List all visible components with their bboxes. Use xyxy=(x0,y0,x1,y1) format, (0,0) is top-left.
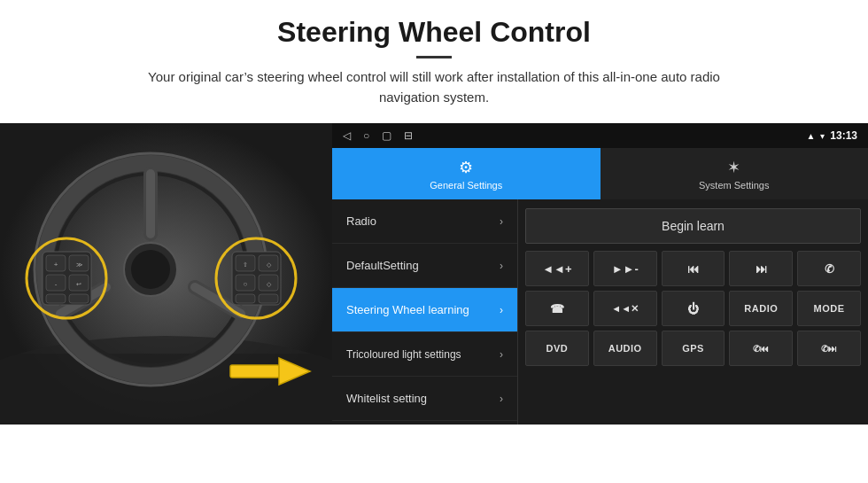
controls-row-2: ☎ ◄◄✕ ⏻ RADIO MODE xyxy=(525,291,861,326)
recents-nav-icon[interactable]: ▢ xyxy=(382,129,391,142)
menu-item-steering[interactable]: Steering Wheel learning › xyxy=(332,288,517,332)
controls-grid: ◄◄+ ►►- ⏮ ⏭ ✆ xyxy=(525,251,861,366)
tab-general-settings[interactable]: ⚙ General Settings xyxy=(332,148,601,199)
power-button[interactable]: ⏻ xyxy=(662,291,725,326)
svg-text:+: + xyxy=(54,261,58,269)
chevron-icon: › xyxy=(500,304,503,316)
phone-icon: ✆ xyxy=(825,262,834,276)
begin-learn-row: Begin learn xyxy=(525,206,861,245)
begin-learn-button[interactable]: Begin learn xyxy=(525,208,861,244)
svg-rect-39 xyxy=(230,365,279,378)
next-track-icon: ⏭ xyxy=(756,262,767,276)
general-settings-icon: ⚙ xyxy=(459,158,473,177)
dvd-label: DVD xyxy=(546,343,569,354)
page-subtitle: Your original car’s steering wheel contr… xyxy=(124,67,744,107)
content-area: Radio › DefaultSetting › Steering Wheel … xyxy=(332,199,868,425)
menu-item-default[interactable]: DefaultSetting › xyxy=(332,244,517,288)
prev-track-icon: ⏮ xyxy=(687,262,699,276)
radio-button[interactable]: RADIO xyxy=(729,291,793,326)
phone-button[interactable]: ✆ xyxy=(797,251,861,286)
svg-rect-21 xyxy=(69,294,89,303)
tel-next-icon: ✆⏭ xyxy=(821,344,837,354)
tab-general-label: General Settings xyxy=(430,180,502,191)
steering-wheel-image: + ≫ - ↩ ⇧ ◇ ○ ◇ xyxy=(0,123,332,425)
power-icon: ⏻ xyxy=(687,302,699,316)
mode-button[interactable]: MODE xyxy=(797,291,861,326)
right-panel: Begin learn ◄◄+ ►►- ⏮ xyxy=(518,199,868,425)
tel-prev-button[interactable]: ✆⏮ xyxy=(729,331,793,366)
next-track-button[interactable]: ⏭ xyxy=(729,251,793,286)
back-nav-icon[interactable]: ◁ xyxy=(343,129,351,142)
tab-bar: ⚙ General Settings ✶ System Settings xyxy=(332,148,868,199)
vol-down-button[interactable]: ►►- xyxy=(593,251,657,286)
svg-text:≫: ≫ xyxy=(76,261,82,268)
svg-rect-32 xyxy=(259,294,278,303)
tel-prev-icon: ✆⏮ xyxy=(753,344,769,354)
tel-next-button[interactable]: ✆⏭ xyxy=(797,331,861,366)
svg-text:↩: ↩ xyxy=(76,281,81,287)
vol-up-icon: ◄◄+ xyxy=(542,262,571,276)
radio-label: RADIO xyxy=(744,303,778,314)
chevron-icon: › xyxy=(500,393,503,405)
menu-item-whitelist[interactable]: Whitelist setting › xyxy=(332,377,517,421)
screenshot-nav-icon[interactable]: ⊟ xyxy=(404,129,413,142)
gps-label: GPS xyxy=(682,343,704,354)
svg-point-14 xyxy=(131,250,170,289)
svg-rect-31 xyxy=(236,294,255,303)
tab-system-settings[interactable]: ✶ System Settings xyxy=(601,148,869,199)
mute-button[interactable]: ◄◄✕ xyxy=(593,291,657,326)
menu-list: Radio › DefaultSetting › Steering Wheel … xyxy=(332,199,518,425)
tab-system-label: System Settings xyxy=(699,180,769,191)
home-nav-icon[interactable]: ○ xyxy=(363,129,369,142)
android-ui: ◁ ○ ▢ ⊟ ▲ ▾ 13:13 ⚙ General Settings ✶ S… xyxy=(332,123,868,425)
main-content: + ≫ - ↩ ⇧ ◇ ○ ◇ xyxy=(0,123,868,425)
system-settings-icon: ✶ xyxy=(727,158,740,177)
chevron-icon: › xyxy=(500,215,503,228)
chevron-icon: › xyxy=(500,260,503,272)
vol-down-icon: ►►- xyxy=(612,262,639,276)
mode-label: MODE xyxy=(814,303,845,314)
call-answer-button[interactable]: ☎ xyxy=(525,291,589,326)
call-answer-icon: ☎ xyxy=(550,302,564,316)
menu-item-radio[interactable]: Radio › xyxy=(332,199,517,244)
page-header: Steering Wheel Control Your original car… xyxy=(0,0,868,116)
mute-icon: ◄◄✕ xyxy=(611,303,639,315)
audio-button[interactable]: AUDIO xyxy=(593,331,657,366)
vol-up-button[interactable]: ◄◄+ xyxy=(525,251,589,286)
svg-text:○: ○ xyxy=(244,280,248,288)
dvd-button[interactable]: DVD xyxy=(525,331,589,366)
location-icon: ▲ xyxy=(806,131,815,141)
status-time: 13:13 xyxy=(830,129,857,142)
wifi-icon: ▾ xyxy=(820,131,825,141)
menu-item-tricoloured[interactable]: Tricoloured light settings › xyxy=(332,332,517,377)
chevron-icon: › xyxy=(500,348,503,361)
status-bar-nav: ◁ ○ ▢ ⊟ xyxy=(343,129,413,142)
controls-row-3: DVD AUDIO GPS ✆⏮ ✆⏭ xyxy=(525,331,861,366)
prev-track-button[interactable]: ⏮ xyxy=(662,251,725,286)
svg-rect-20 xyxy=(46,294,66,303)
svg-text:⇧: ⇧ xyxy=(243,261,248,268)
controls-row-1: ◄◄+ ►►- ⏮ ⏭ ✆ xyxy=(525,251,861,286)
svg-text:-: - xyxy=(55,280,58,288)
title-divider xyxy=(416,56,452,58)
gps-button[interactable]: GPS xyxy=(662,331,725,366)
page-title: Steering Wheel Control xyxy=(53,16,815,49)
audio-label: AUDIO xyxy=(608,343,642,354)
status-bar-right: ▲ ▾ 13:13 xyxy=(806,129,857,142)
status-bar: ◁ ○ ▢ ⊟ ▲ ▾ 13:13 xyxy=(332,123,868,148)
